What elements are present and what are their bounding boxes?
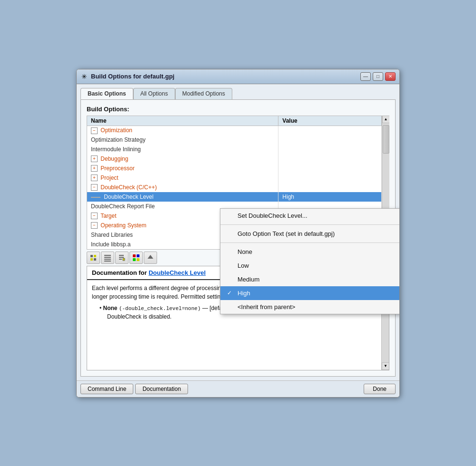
minimize-button[interactable]: —	[360, 72, 371, 81]
window-body: Basic Options All Options Modified Optio…	[77, 84, 399, 380]
expand-icon[interactable]: −	[91, 127, 98, 134]
child-label: DoubleCheck Report File	[91, 203, 155, 210]
table-row[interactable]: − Optimization	[87, 126, 382, 135]
expand-icon[interactable]: +	[91, 175, 98, 181]
tree-cell-name: DoubleCheck Level	[87, 192, 278, 202]
svg-rect-12	[133, 254, 136, 257]
table-row[interactable]: + Preprocessor	[87, 164, 382, 173]
table-row[interactable]: − DoubleCheck (C/C++)	[87, 183, 382, 192]
svg-rect-7	[104, 261, 111, 262]
expand-icon[interactable]: −	[91, 184, 98, 191]
selected-item-label: DoubleCheck Level	[104, 194, 153, 200]
svg-marker-16	[148, 255, 153, 259]
child-label: Intermodule Inlining	[91, 146, 141, 153]
menu-item-high[interactable]: High	[220, 286, 400, 300]
category-label: Preprocessor	[100, 165, 134, 172]
tree-cell-value	[278, 183, 382, 192]
child-label: Optimization Strategy	[91, 136, 146, 143]
app-icon: ✳	[80, 73, 88, 80]
menu-item-low[interactable]: Low	[220, 259, 400, 272]
maximize-button[interactable]: □	[373, 72, 383, 81]
tab-all[interactable]: All Options	[133, 88, 175, 99]
titlebar: ✳ Build Options for default.gpj — □ ✕	[77, 69, 399, 84]
svg-rect-3	[94, 258, 96, 261]
expand-icon[interactable]: +	[91, 155, 98, 162]
svg-rect-8	[119, 255, 124, 256]
context-menu: Set DoubleCheck Level... Goto Option Tex…	[220, 208, 400, 314]
table-row[interactable]: Intermodule Inlining	[87, 145, 382, 154]
tab-basic[interactable]: Basic Options	[80, 88, 133, 99]
svg-rect-13	[137, 254, 139, 257]
main-area: Name Value − Optimization	[87, 116, 389, 250]
tab-bar: Basic Options All Options Modified Optio…	[80, 88, 396, 99]
menu-item-none[interactable]: None	[220, 245, 400, 259]
tree-cell-name: + Preprocessor	[87, 164, 278, 173]
toolbar-btn-5[interactable]	[144, 252, 157, 264]
col-name: Name	[87, 116, 278, 126]
expand-icon[interactable]: −	[91, 213, 98, 219]
child-label: Include libbsp.a	[91, 241, 130, 248]
bottom-left-buttons: Command Line Documentation	[80, 384, 188, 394]
doc-bullet-detail: DoubleCheck is disabled.	[107, 313, 171, 320]
toolbar-btn-3[interactable]	[115, 252, 129, 264]
bottom-bar: Command Line Documentation Done	[77, 380, 399, 397]
svg-rect-2	[90, 258, 93, 261]
menu-item-set-level[interactable]: Set DoubleCheck Level...	[220, 209, 400, 223]
tree-cell-name: Optimization Strategy	[87, 135, 278, 145]
window-title: Build Options for default.gpj	[91, 73, 174, 80]
documentation-button[interactable]: Documentation	[135, 384, 188, 394]
tree-cell-name: − Optimization	[87, 126, 278, 135]
toolbar-btn-2[interactable]	[101, 252, 114, 264]
close-button[interactable]: ✕	[385, 72, 396, 81]
build-options-label: Build Options:	[87, 106, 389, 113]
child-label: Shared Libraries	[91, 232, 133, 238]
titlebar-left: ✳ Build Options for default.gpj	[80, 73, 174, 80]
expand-icon[interactable]: −	[91, 222, 98, 229]
svg-rect-0	[90, 255, 93, 257]
svg-rect-1	[94, 255, 96, 257]
menu-item-goto-option[interactable]: Goto Option Text (set in default.gpj)	[220, 227, 400, 241]
command-line-button[interactable]: Command Line	[80, 384, 133, 394]
menu-separator	[220, 243, 400, 243]
doc-bullet-code: (-double_check.level=none)	[119, 306, 201, 311]
category-label: Debugging	[100, 155, 128, 162]
table-row[interactable]: + Debugging	[87, 154, 382, 164]
tree-cell-value	[278, 126, 382, 135]
tree-cell-value	[278, 135, 382, 145]
tab-modified[interactable]: Modified Options	[175, 88, 232, 99]
toolbar-btn-4[interactable]	[129, 252, 143, 264]
svg-rect-4	[104, 255, 111, 256]
tree-cell-value: High	[278, 192, 382, 202]
done-button[interactable]: Done	[364, 384, 396, 394]
svg-rect-14	[133, 258, 136, 261]
scroll-thumb[interactable]	[383, 125, 389, 154]
tree-cell-value	[278, 145, 382, 154]
expand-icon[interactable]: +	[91, 165, 98, 172]
tree-cell-value	[278, 164, 382, 173]
svg-rect-10	[119, 259, 122, 260]
doc-header-link[interactable]: DoubleCheck Level	[149, 269, 206, 276]
tree-cell-name: − DoubleCheck (C/C++)	[87, 183, 278, 192]
doc-header-prefix: Documentation for	[92, 269, 149, 276]
scroll-up-arrow[interactable]: ▲	[382, 116, 390, 123]
tree-cell-name: Intermodule Inlining	[87, 145, 278, 154]
toolbar-btn-1[interactable]	[87, 252, 100, 264]
svg-rect-15	[137, 258, 139, 261]
menu-separator	[220, 224, 400, 225]
doc-scroll-down[interactable]: ▼	[382, 362, 389, 370]
table-row[interactable]: Optimization Strategy	[87, 135, 382, 145]
table-row[interactable]: + Project	[87, 173, 382, 183]
table-row-selected[interactable]: DoubleCheck Level High	[87, 192, 382, 202]
category-label: DoubleCheck (C/C++)	[100, 184, 157, 191]
tree-cell-value	[278, 173, 382, 183]
tree-cell-name: + Project	[87, 173, 278, 183]
svg-rect-5	[104, 257, 111, 258]
menu-item-medium[interactable]: Medium	[220, 272, 400, 286]
col-value: Value	[278, 116, 382, 126]
tree-cell-value	[278, 154, 382, 164]
svg-rect-6	[104, 259, 111, 260]
menu-item-inherit[interactable]: <Inherit from parent>	[220, 300, 400, 314]
doc-bullet-strong: None	[103, 305, 118, 311]
category-label: Operating System	[100, 222, 146, 229]
tree-cell-name: + Debugging	[87, 154, 278, 164]
